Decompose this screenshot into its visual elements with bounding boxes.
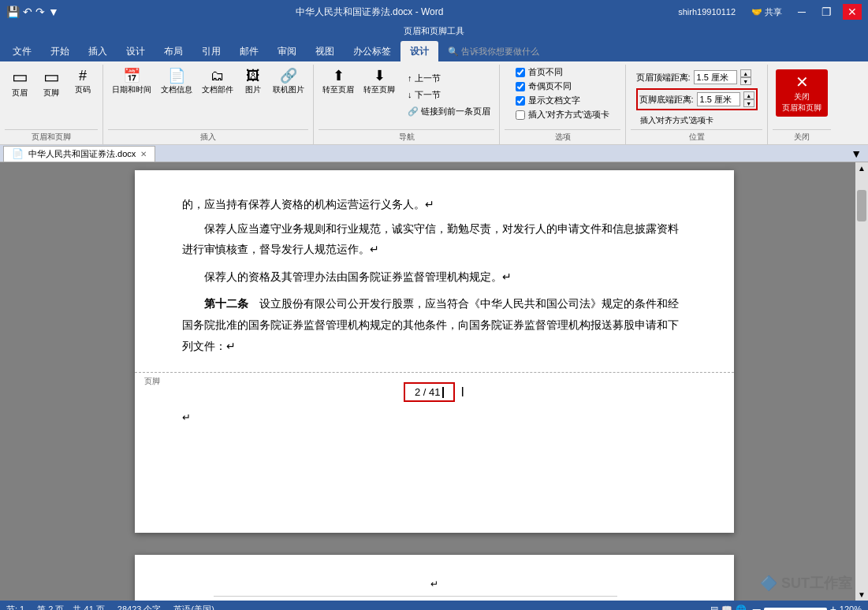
page-number-box[interactable]: 2 / 41 <box>404 382 455 402</box>
status-page-info: 第 2 页，共 41 页 <box>37 604 105 611</box>
doc-info-button[interactable]: 📄 文档信息 <box>157 66 196 98</box>
window-controls: shirh19910112 🤝 共享 ─ ❐ ✕ <box>673 4 862 20</box>
diff-odd-even-label[interactable]: 奇偶页不同 <box>516 80 609 92</box>
page-area: 的，应当持有保荐人资格的机构运营运行义务人。↵ 保荐人应当遵守业务规则和行业规范… <box>0 162 868 601</box>
scroll-up-button[interactable]: ▲ <box>856 162 867 174</box>
user-account[interactable]: shirh19910112 <box>673 6 740 18</box>
print-view-icon[interactable]: ▤ <box>710 604 718 611</box>
status-word-count: 28423 个字 <box>117 604 162 611</box>
ribbon-group-options-label: 选项 <box>505 129 620 143</box>
header-distance-input[interactable] <box>694 70 737 84</box>
footer-distance-up[interactable]: ▲ <box>743 91 754 99</box>
date-time-icon: 📅 <box>123 69 140 83</box>
zoom-in-button[interactable]: + <box>830 603 836 610</box>
tab-hf-design[interactable]: 设计 <box>400 41 438 61</box>
show-doc-text-checkbox[interactable] <box>516 96 525 106</box>
scroll-thumb[interactable] <box>857 190 866 221</box>
tab-references[interactable]: 引用 <box>192 41 230 61</box>
footer-distance-down[interactable]: ▼ <box>743 99 754 107</box>
status-right: ▤ 📖 🌐 ─ + 120% <box>710 603 862 610</box>
share-button[interactable]: 🤝 共享 <box>747 5 787 20</box>
image-icon: 🖼 <box>246 69 260 83</box>
ribbon-tabs: 文件 开始 插入 设计 布局 引用 邮件 审阅 视图 办公标签 设计 🔍 告诉我… <box>0 38 868 61</box>
tab-design[interactable]: 设计 <box>117 41 155 61</box>
tab-office-tabs[interactable]: 办公标签 <box>344 41 400 61</box>
goto-header-button[interactable]: ⬆ 转至页眉 <box>319 66 358 98</box>
goto-footer-button[interactable]: ⬇ 转至页脚 <box>359 66 399 98</box>
close-button[interactable]: ✕ <box>843 4 862 20</box>
header-distance-up[interactable]: ▲ <box>740 69 751 77</box>
page-number-icon: # <box>79 69 87 83</box>
diff-first-page-text: 首页不同 <box>528 66 563 78</box>
header-label: 页眉 <box>12 87 28 99</box>
insert-align-tab-label[interactable]: 插入'对齐方式'选项卡 <box>516 109 609 121</box>
redo-icon[interactable]: ↷ <box>35 6 45 18</box>
tab-mailings[interactable]: 邮件 <box>230 41 268 61</box>
diff-odd-even-checkbox[interactable] <box>516 82 525 91</box>
ribbon-group-insert-content: 📅 日期和时间 📄 文档信息 🗂 文档部件 🖼 图片 🔗 联机图片 <box>108 66 308 128</box>
footer-distance-input[interactable] <box>697 92 740 106</box>
quick-access-dropdown-icon[interactable]: ▼ <box>48 6 59 18</box>
status-section: 节: 1 <box>6 604 24 611</box>
online-image-label: 联机图片 <box>273 84 304 95</box>
web-view-icon[interactable]: 🌐 <box>736 604 747 611</box>
page-number-label: 页码 <box>75 84 91 95</box>
footer-button[interactable]: ▭ 页脚 <box>36 66 66 101</box>
header-distance-spinbtns: ▲ ▼ <box>740 69 751 85</box>
goto-footer-label: 转至页脚 <box>363 84 395 95</box>
online-image-icon: 🔗 <box>280 69 297 83</box>
image-button[interactable]: 🖼 图片 <box>239 66 267 98</box>
page1-content: 的，应当持有保荐人资格的机构运营运行义务人。↵ 保荐人应当遵守业务规则和行业规范… <box>135 170 734 356</box>
zoom-level[interactable]: 120% <box>840 604 862 610</box>
tab-search[interactable]: 🔍 告诉我你想要做什么 <box>438 41 549 61</box>
save-icon[interactable]: 💾 <box>6 6 20 18</box>
header-distance-down[interactable]: ▼ <box>740 77 751 85</box>
goto-header-icon: ⬆ <box>333 69 345 83</box>
vertical-scrollbar[interactable]: ▲ ▼ <box>855 162 868 601</box>
show-doc-text-label[interactable]: 显示文档文字 <box>516 95 609 106</box>
prev-section-button[interactable]: ↑ 上一节 <box>404 71 494 86</box>
header-button[interactable]: ▭ 页眉 <box>5 66 35 101</box>
doc-tab-close[interactable]: ✕ <box>140 150 147 158</box>
insert-align-options-button[interactable]: 插入'对齐方式'选项卡 <box>636 113 718 128</box>
close-hf-button[interactable]: ✕ 关闭页眉和页脚 <box>776 69 828 117</box>
ribbon-group-position-label: 位置 <box>631 129 762 143</box>
doc-parts-label: 文档部件 <box>202 84 233 95</box>
tab-home[interactable]: 开始 <box>41 41 79 61</box>
online-image-button[interactable]: 🔗 联机图片 <box>269 66 308 98</box>
page1-footer-content: 2 / 41 I <box>166 376 702 408</box>
options-checkboxes: 首页不同 奇偶页不同 显示文档文字 插入'对齐方式'选项卡 <box>516 66 609 121</box>
read-view-icon[interactable]: 📖 <box>721 604 732 611</box>
diff-first-page-checkbox[interactable] <box>516 68 525 77</box>
close-hf-icon: ✕ <box>795 73 809 91</box>
tab-scroll-right[interactable]: ▼ <box>851 147 862 160</box>
ribbon-group-header-footer-label: 页眉和页脚 <box>5 129 98 143</box>
doc-tab-main[interactable]: 📄 中华人民共和国证券法.docx ✕ <box>3 146 155 162</box>
page1-footer[interactable]: 页脚 2 / 41 I ↵ <box>135 372 734 433</box>
scroll-down-button[interactable]: ▼ <box>856 589 867 601</box>
link-prev-header-button[interactable]: 🔗 链接到前一条页眉 <box>404 104 494 119</box>
page-number-button[interactable]: # 页码 <box>68 66 98 98</box>
tab-view[interactable]: 视图 <box>306 41 344 61</box>
diff-first-page-label[interactable]: 首页不同 <box>516 66 609 78</box>
minimize-button[interactable]: ─ <box>793 4 810 20</box>
date-time-button[interactable]: 📅 日期和时间 <box>108 66 155 98</box>
page2-content-return: ↵ <box>182 578 687 590</box>
doc-parts-button[interactable]: 🗂 文档部件 <box>198 66 237 98</box>
next-section-button[interactable]: ↓ 下一节 <box>404 87 494 102</box>
status-language: 英语(美国) <box>173 604 214 611</box>
ribbon-group-position-content: 页眉顶端距离: ▲ ▼ 页脚底端距离: ▲ ▼ 插入'对齐方式'选项卡 <box>636 66 758 128</box>
page1-para2: 保荐人的资格及其管理办法由国务院证券监督管理机构规定。↵ <box>182 266 687 288</box>
tab-layout[interactable]: 布局 <box>155 41 192 61</box>
insert-align-tab-checkbox[interactable] <box>516 110 525 120</box>
tab-file[interactable]: 文件 <box>3 41 41 61</box>
tab-review[interactable]: 审阅 <box>268 41 306 61</box>
page-1: 的，应当持有保荐人资格的机构运营运行义务人。↵ 保荐人应当遵守业务规则和行业规范… <box>135 170 734 533</box>
undo-icon[interactable]: ↶ <box>23 6 32 18</box>
tab-insert[interactable]: 插入 <box>79 41 117 61</box>
title-bar: 💾 ↶ ↷ ▼ 中华人民共和国证券法.docx - Word shirh1991… <box>0 0 868 24</box>
restore-button[interactable]: ❐ <box>817 4 836 20</box>
zoom-out-button[interactable]: ─ <box>753 603 761 610</box>
footer-distance-row: 页脚底端距离: ▲ ▼ <box>636 88 758 110</box>
ribbon-group-close-label: 关闭 <box>773 129 831 143</box>
